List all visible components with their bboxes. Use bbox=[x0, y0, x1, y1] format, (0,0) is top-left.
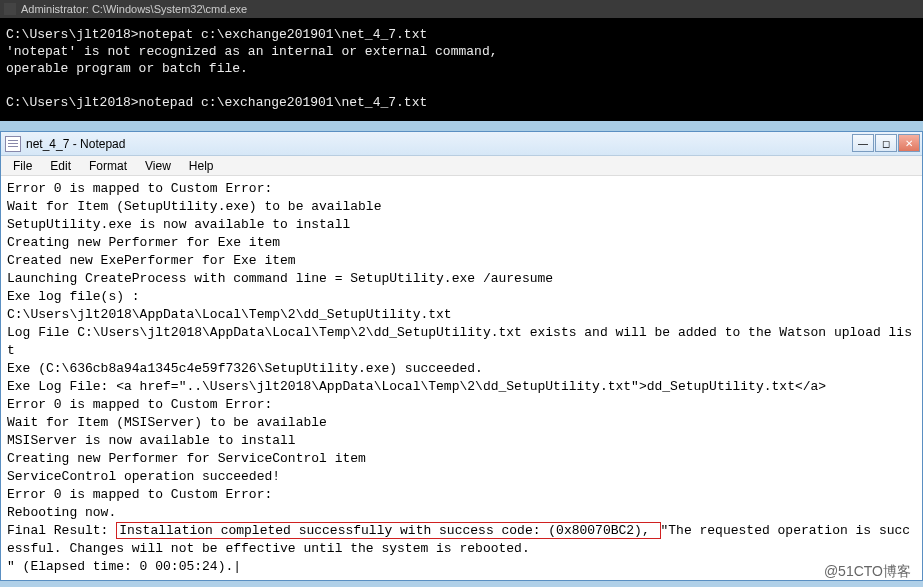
log-line: ServiceControl operation succeeded! bbox=[7, 469, 280, 484]
cmd-window: Administrator: C:\Windows\System32\cmd.e… bbox=[0, 0, 923, 121]
log-line: Creating new Performer for Exe item bbox=[7, 235, 280, 250]
log-line: MSIServer is now available to install bbox=[7, 433, 296, 448]
window-buttons: — ◻ ✕ bbox=[852, 134, 920, 152]
final-result-highlight: Installation completed successfully with… bbox=[119, 523, 657, 538]
log-line: Wait for Item (MSIServer) to be availabl… bbox=[7, 415, 327, 430]
log-line: Launching CreateProcess with command lin… bbox=[7, 271, 553, 286]
close-button[interactable]: ✕ bbox=[898, 134, 920, 152]
maximize-button[interactable]: ◻ bbox=[875, 134, 897, 152]
cmd-icon bbox=[4, 3, 16, 15]
menu-view[interactable]: View bbox=[137, 157, 179, 175]
log-line: Exe Log File: <a href="..\Users\jlt2018\… bbox=[7, 379, 826, 394]
text-cursor: | bbox=[233, 558, 241, 576]
log-line: Error 0 is mapped to Custom Error: bbox=[7, 397, 272, 412]
notepad-titlebar[interactable]: net_4_7 - Notepad — ◻ ✕ bbox=[1, 132, 922, 156]
notepad-icon bbox=[5, 136, 21, 152]
minimize-button[interactable]: — bbox=[852, 134, 874, 152]
menu-help[interactable]: Help bbox=[181, 157, 222, 175]
watermark: @51CTO博客 bbox=[824, 563, 911, 581]
cmd-titlebar[interactable]: Administrator: C:\Windows\System32\cmd.e… bbox=[0, 0, 923, 18]
log-line: Exe (C:\636cb8a94a1345c4e59f7326\SetupUt… bbox=[7, 361, 483, 376]
log-line: Exe log file(s) : bbox=[7, 289, 140, 304]
notepad-content[interactable]: Error 0 is mapped to Custom Error: Wait … bbox=[1, 176, 922, 580]
desktop-gap bbox=[0, 121, 923, 131]
notepad-title: net_4_7 - Notepad bbox=[26, 137, 125, 151]
menu-edit[interactable]: Edit bbox=[42, 157, 79, 175]
final-result-prefix: Final Result: bbox=[7, 523, 116, 538]
highlight-box: Installation completed successfully with… bbox=[116, 522, 660, 539]
log-line: Error 0 is mapped to Custom Error: bbox=[7, 181, 272, 196]
log-line: Log File C:\Users\jlt2018\AppData\Local\… bbox=[7, 325, 912, 358]
log-line: Error 0 is mapped to Custom Error: bbox=[7, 487, 272, 502]
notepad-menubar: File Edit Format View Help bbox=[1, 156, 922, 176]
cmd-line: operable program or batch file. bbox=[6, 61, 248, 76]
cmd-line: C:\Users\jlt2018>notepad c:\exchange2019… bbox=[6, 95, 427, 110]
log-line: SetupUtility.exe is now available to ins… bbox=[7, 217, 350, 232]
log-line: Rebooting now. bbox=[7, 505, 116, 520]
cmd-line: 'notepat' is not recognized as an intern… bbox=[6, 44, 497, 59]
notepad-window: net_4_7 - Notepad — ◻ ✕ File Edit Format… bbox=[0, 131, 923, 581]
log-line: C:\Users\jlt2018\AppData\Local\Temp\2\dd… bbox=[7, 307, 452, 322]
menu-format[interactable]: Format bbox=[81, 157, 135, 175]
log-line: " (Elapsed time: 0 00:05:24). bbox=[7, 559, 233, 574]
cmd-line: C:\Users\jlt2018>notepat c:\exchange2019… bbox=[6, 27, 427, 42]
cmd-title: Administrator: C:\Windows\System32\cmd.e… bbox=[21, 3, 247, 15]
log-line: Wait for Item (SetupUtility.exe) to be a… bbox=[7, 199, 381, 214]
log-line: Creating new Performer for ServiceContro… bbox=[7, 451, 366, 466]
cmd-body[interactable]: C:\Users\jlt2018>notepat c:\exchange2019… bbox=[0, 18, 923, 121]
log-line: Created new ExePerformer for Exe item bbox=[7, 253, 296, 268]
menu-file[interactable]: File bbox=[5, 157, 40, 175]
